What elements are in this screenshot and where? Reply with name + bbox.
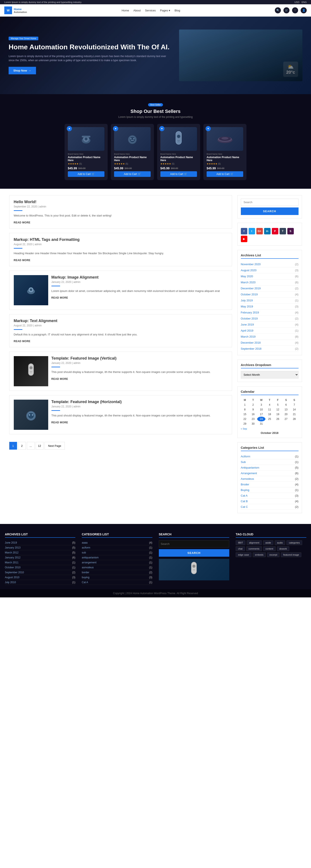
calendar-prev-link[interactable]: « Sep xyxy=(241,427,247,430)
cal-day[interactable]: 13 xyxy=(282,407,290,412)
cal-day[interactable]: 23 xyxy=(249,417,257,422)
tag-embeds[interactable]: embeds xyxy=(253,552,266,557)
cal-day[interactable]: 18 xyxy=(265,412,274,417)
cal-day[interactable]: 8 xyxy=(241,407,249,412)
archive-link[interactable]: July 2019 xyxy=(241,299,253,302)
wishlist-icon[interactable]: ♡ xyxy=(292,7,298,13)
facebook-icon[interactable]: f xyxy=(241,228,247,235)
archive-link[interactable]: March 2020 xyxy=(241,281,256,284)
archive-link[interactable]: December 2019 xyxy=(241,287,261,290)
cal-day[interactable]: 5 xyxy=(274,402,282,407)
tag-dowork[interactable]: dowork xyxy=(277,546,289,551)
footer-cat-link[interactable]: aciform xyxy=(82,546,90,549)
logo[interactable]: W Home Automation xyxy=(4,6,27,14)
cal-day[interactable]: 7 xyxy=(290,402,298,407)
archive-link[interactable]: June 2019 xyxy=(241,323,254,326)
page-1-button[interactable]: 1 xyxy=(9,442,17,450)
nav-home[interactable]: Home xyxy=(122,9,129,12)
cal-day[interactable]: 21 xyxy=(290,412,298,417)
tag-edge-case[interactable]: edge case xyxy=(236,552,251,557)
category-link[interactable]: Arrangement xyxy=(241,472,257,475)
read-more-link[interactable]: READ MORE xyxy=(51,377,68,380)
cal-day-today[interactable]: 24 xyxy=(257,417,265,422)
nav-services[interactable]: Services xyxy=(145,9,156,12)
footer-cat-link[interactable]: Cat A xyxy=(82,581,88,584)
wishlist-icon[interactable]: ♥ xyxy=(159,126,165,131)
read-more-link[interactable]: READ MORE xyxy=(14,259,31,262)
cal-day[interactable]: 25 xyxy=(265,417,274,422)
archive-link[interactable]: May 2020 xyxy=(241,275,253,278)
wishlist-icon[interactable]: ♥ xyxy=(206,126,211,131)
category-link[interactable]: Cat C xyxy=(241,505,248,508)
user-icon[interactable]: 👤 xyxy=(301,7,307,13)
category-link[interactable]: Sub xyxy=(241,460,246,464)
search-button[interactable]: SEARCH xyxy=(241,208,299,215)
footer-archive-link[interactable]: March 2011 xyxy=(5,561,19,564)
nav-about[interactable]: About xyxy=(133,9,141,12)
pinterest-icon[interactable]: P xyxy=(272,228,278,235)
cal-day[interactable]: 29 xyxy=(241,422,249,426)
category-link[interactable]: Asmodeus xyxy=(241,477,254,480)
tag-audio[interactable]: audio xyxy=(275,540,285,545)
twitter-icon[interactable]: t xyxy=(249,228,255,235)
category-link[interactable]: Cat A xyxy=(241,494,248,497)
add-to-cart-button[interactable]: Add to Cart 🛒 xyxy=(114,171,151,177)
language-selector[interactable]: ENG xyxy=(302,1,307,3)
category-link[interactable]: Antiquarianism xyxy=(241,466,260,469)
tag-categories[interactable]: categories xyxy=(286,540,302,545)
cal-day[interactable]: 2 xyxy=(249,402,257,407)
tag-8bit[interactable]: 8BIT xyxy=(236,540,245,545)
read-more-link[interactable]: READ MORE xyxy=(51,296,68,299)
archive-link[interactable]: August 2020 xyxy=(241,269,256,272)
cal-day[interactable]: 19 xyxy=(274,412,282,417)
tumblr-icon[interactable]: T xyxy=(280,228,286,235)
tag-aside[interactable]: aside xyxy=(263,540,273,545)
category-link[interactable]: Cat B xyxy=(241,500,248,503)
footer-archive-link[interactable]: July 2010 xyxy=(5,581,16,584)
wishlist-icon[interactable]: ♥ xyxy=(113,126,118,131)
currency-selector[interactable]: USD xyxy=(295,1,299,3)
cal-day[interactable]: 9 xyxy=(249,407,257,412)
page-ellipsis-button[interactable]: ... xyxy=(27,442,35,450)
archive-link[interactable]: November 2020 xyxy=(241,262,261,266)
footer-archive-link[interactable]: January 2012 xyxy=(5,556,21,559)
add-to-cart-button[interactable]: Add to Cart 🛒 xyxy=(207,171,243,177)
archive-link[interactable]: February 2019 xyxy=(241,311,259,314)
cal-day[interactable]: 22 xyxy=(241,417,249,422)
archive-link[interactable]: May 2019 xyxy=(241,305,253,308)
cal-day[interactable]: 4 xyxy=(265,402,274,407)
cal-day[interactable]: 3 xyxy=(257,402,265,407)
youtube-icon[interactable]: ▶ xyxy=(241,236,247,242)
cal-day[interactable]: 30 xyxy=(249,422,257,426)
category-link[interactable]: Aciform xyxy=(241,455,250,458)
footer-archive-link[interactable]: September 2010 xyxy=(5,571,24,574)
tag-comments[interactable]: comments xyxy=(246,546,262,551)
search-input[interactable] xyxy=(241,198,299,206)
add-to-cart-button[interactable]: Add to Cart 🛒 xyxy=(160,171,197,177)
linkedin-icon[interactable]: in xyxy=(264,228,271,235)
archive-link[interactable]: September 2018 xyxy=(241,347,262,350)
page-12-button[interactable]: 12 xyxy=(36,442,43,450)
wishlist-icon[interactable]: ♥ xyxy=(67,126,72,131)
cal-day[interactable]: 31 xyxy=(257,422,265,426)
search-icon[interactable]: 🔍 xyxy=(275,7,281,13)
read-more-link[interactable]: READ MORE xyxy=(14,221,31,224)
footer-archive-link[interactable]: October 2010 xyxy=(5,566,21,569)
nav-pages[interactable]: Pages ▾ xyxy=(160,9,170,12)
tag-excerpt[interactable]: excerpt xyxy=(267,552,280,557)
cal-day[interactable]: 12 xyxy=(274,407,282,412)
footer-cat-link[interactable]: aaaa xyxy=(82,541,88,544)
cal-day[interactable]: 14 xyxy=(290,407,298,412)
footer-search-button[interactable]: SEARCH xyxy=(159,549,230,557)
archives-select[interactable]: Select Month November 2020 August 2020 M… xyxy=(241,371,299,378)
tag-chat[interactable]: chat xyxy=(236,546,245,551)
cal-day[interactable]: 1 xyxy=(241,402,249,407)
cal-day[interactable]: 28 xyxy=(290,417,298,422)
archive-link[interactable]: October 2019 xyxy=(241,317,258,320)
cal-day[interactable]: 6 xyxy=(282,402,290,407)
footer-cat-link[interactable]: sub xyxy=(82,551,86,554)
footer-cat-link[interactable]: asmodeus xyxy=(82,566,94,569)
cal-day[interactable]: 10 xyxy=(257,407,265,412)
page-2-button[interactable]: 2 xyxy=(18,442,26,450)
archive-link[interactable]: April 2019 xyxy=(241,329,253,332)
